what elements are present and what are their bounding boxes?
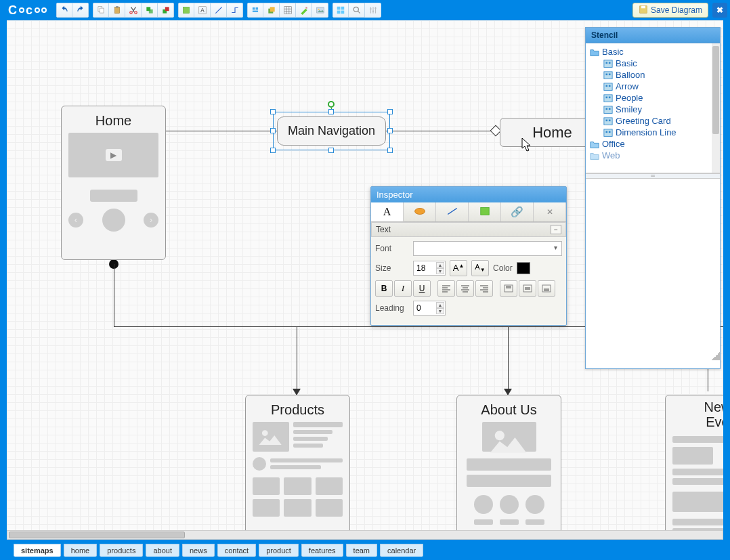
sheet-tab-features[interactable]: features [301,544,343,557]
sheet-tab-calendar[interactable]: calendar [380,544,423,557]
resize-handle-sw[interactable] [270,148,276,153]
order-button[interactable] [263,3,280,18]
undo-button[interactable] [56,3,72,18]
node-main-navigation[interactable]: Main Navigation [277,116,386,146]
sheet-tab-product[interactable]: product [259,544,299,557]
section-collapse-button[interactable]: − [551,225,561,234]
color-swatch[interactable] [517,262,530,274]
spin-down[interactable]: ▼ [436,268,444,274]
stencil-folder-web[interactable]: Web [586,150,720,161]
rotate-handle[interactable] [328,101,335,108]
node-products[interactable]: Products [245,395,350,530]
stencil-splitter[interactable]: ═ [586,173,720,179]
inspector-panel[interactable]: Inspector A 🔗 ✕ Text − Font Size 18 ▲▼ A… [370,186,567,326]
svg-rect-82 [523,285,532,292]
stencil-folder-office[interactable]: Office [586,138,720,150]
settings-button[interactable] [365,3,381,18]
shape-button[interactable] [178,3,194,18]
resize-handle-w[interactable] [270,128,276,133]
stencil-toggle-button[interactable] [332,3,349,18]
stencil-tree[interactable]: Basic Basic Balloon Arrow People Smiley … [586,43,720,173]
increase-size-button[interactable]: A▲ [450,260,467,276]
resize-handle-se[interactable] [387,148,393,153]
connector-line[interactable] [166,131,278,131]
stencil-scrollbar[interactable] [712,43,720,173]
connector-line[interactable] [114,264,114,327]
save-diagram-button[interactable]: Save Diagram [632,3,708,18]
sheet-tab-team[interactable]: team [346,544,377,557]
stencil-item-arrow[interactable]: Arrow [586,81,720,92]
italic-button[interactable]: I [394,280,412,297]
text-button[interactable]: A [194,3,211,18]
scrollbar-thumb[interactable] [712,46,719,134]
spin-down[interactable]: ▼ [436,308,444,314]
stencil-title[interactable]: Stencil [586,28,720,43]
bold-button[interactable]: B [375,280,393,297]
connector-line[interactable] [297,326,297,391]
scrollbar-thumb[interactable] [9,532,185,538]
valign-top-button[interactable] [500,280,517,297]
spin-up[interactable]: ▲ [436,302,444,308]
connector-button[interactable] [227,3,243,18]
resize-handle-nw[interactable] [270,109,276,114]
leading-input[interactable]: 0 ▲▼ [413,301,446,316]
stencil-folder-basic[interactable]: Basic [586,46,720,58]
inspector-title[interactable]: Inspector [371,187,566,202]
stencil-item-balloon[interactable]: Balloon [586,69,720,81]
stencil-item-basic[interactable]: Basic [586,58,720,69]
resize-handle-n[interactable] [328,109,334,114]
cut-button[interactable] [125,3,142,18]
stencil-item-people[interactable]: People [586,92,720,104]
sheet-tab-news[interactable]: news [182,544,215,557]
tab-line[interactable] [436,202,469,221]
size-input[interactable]: 18 ▲▼ [413,261,446,276]
align-right-button[interactable] [475,280,493,297]
tab-text[interactable]: A [371,202,404,221]
node-home[interactable]: Home ▶ ‹ › [61,106,166,260]
redo-button[interactable] [72,3,89,18]
close-button[interactable]: ✖ [712,3,727,18]
tab-fill[interactable] [404,202,436,221]
freehand-button[interactable] [296,3,312,18]
horizontal-scrollbar[interactable] [7,530,723,540]
duplicate-button[interactable] [142,3,158,18]
stencil-item-dimension-line[interactable]: Dimension Line [586,127,720,138]
decrease-size-button[interactable]: A▼ [471,260,489,276]
sheet-tab-about[interactable]: about [146,544,179,557]
node-news-events[interactable]: NewEve [665,395,723,530]
sheet-tab-home[interactable]: home [64,544,98,557]
align-left-button[interactable] [437,280,455,297]
underline-button[interactable]: U [413,280,431,297]
line-button[interactable] [211,3,227,18]
delete-button[interactable] [158,3,174,18]
tab-tools[interactable]: ✕ [534,202,566,221]
align-center-button[interactable] [456,280,474,297]
sheet-tab-sitemaps[interactable]: sitemaps [14,544,61,557]
copy-button[interactable] [93,3,109,18]
node-about-us[interactable]: About Us [456,395,561,530]
sheet-tab-contact[interactable]: contact [217,544,256,557]
connector-line[interactable] [508,326,509,391]
connector-line[interactable] [385,131,500,131]
stencil-item-greeting-card[interactable]: Greeting Card [586,115,720,127]
panel-resize-handle[interactable] [712,352,720,360]
valign-middle-button[interactable] [519,280,536,297]
inspector-toggle-button[interactable] [349,3,365,18]
resize-handle-s[interactable] [328,148,334,153]
image-button[interactable] [312,3,328,18]
sheet-tab-products[interactable]: products [100,544,143,557]
stencil-panel[interactable]: Stencil Basic Basic Balloon Arrow People… [585,27,721,369]
tab-link[interactable]: 🔗 [501,202,534,221]
font-select[interactable] [413,241,562,256]
tab-shape[interactable] [469,202,501,221]
resize-handle-e[interactable] [387,128,393,133]
align-button[interactable] [247,3,263,18]
resize-handle-ne[interactable] [387,109,393,114]
svg-rect-7 [148,9,152,14]
valign-bottom-button[interactable] [538,280,555,297]
table-button[interactable] [280,3,296,18]
paste-button[interactable] [109,3,125,18]
stencil-shapes-area[interactable] [586,179,720,360]
stencil-item-smiley[interactable]: Smiley [586,104,720,115]
spin-up[interactable]: ▲ [436,262,444,268]
